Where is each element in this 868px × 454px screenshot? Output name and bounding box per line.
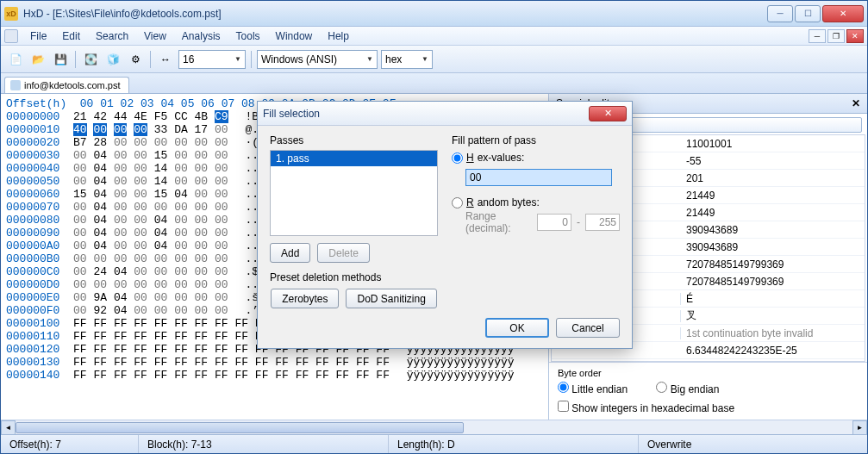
statusbar: Offset(h): 7 Block(h): 7-13 Length(h): D… bbox=[1, 434, 867, 453]
passes-listbox[interactable]: 1. pass bbox=[270, 150, 438, 236]
range-label: Range (decimal): bbox=[465, 210, 532, 234]
mdi-minimize-button[interactable]: ─ bbox=[809, 29, 826, 43]
menu-view[interactable]: View bbox=[137, 28, 173, 44]
new-file-icon[interactable]: 📄 bbox=[6, 50, 25, 69]
range-low-input[interactable] bbox=[537, 214, 571, 231]
status-mode: Overwrite bbox=[639, 435, 867, 453]
file-icon bbox=[10, 80, 21, 90]
pass-item[interactable]: 1. pass bbox=[271, 151, 437, 166]
toggle-readonly-icon[interactable]: ↔ bbox=[156, 50, 175, 69]
ok-button[interactable]: OK bbox=[485, 318, 549, 338]
dialog-close-button[interactable]: ✕ bbox=[589, 106, 627, 121]
titlebar: xD HxD - [E:\Sites\File\info@kdetools.co… bbox=[1, 1, 867, 27]
offset-base-combo[interactable]: hex▼ bbox=[381, 50, 433, 69]
open-process-icon[interactable]: ⚙ bbox=[126, 50, 145, 69]
open-file-icon[interactable]: 📂 bbox=[28, 50, 47, 69]
scroll-thumb[interactable] bbox=[16, 422, 464, 433]
hex-row[interactable]: 00000140 FF FF FF FF FF FF FF FF FF FF F… bbox=[6, 369, 543, 382]
status-block: Block(h): 7-13 bbox=[139, 435, 389, 453]
save-dropdown-icon[interactable]: 💾 bbox=[51, 50, 70, 69]
menu-tools[interactable]: Tools bbox=[229, 28, 267, 44]
hex-values-radio[interactable]: HHex-values:ex-values: bbox=[452, 152, 620, 164]
range-high-input[interactable] bbox=[585, 214, 620, 231]
scroll-right-icon[interactable]: ► bbox=[852, 420, 867, 435]
fill-pattern-label: Fill pattern of pass bbox=[452, 134, 620, 146]
little-endian-radio[interactable]: Little endian bbox=[558, 383, 628, 395]
hex-value-input[interactable] bbox=[465, 169, 612, 186]
hex-row[interactable]: 00000130 FF FF FF FF FF FF FF FF FF FF F… bbox=[6, 356, 543, 369]
encoding-combo[interactable]: Windows (ANSI)▼ bbox=[257, 50, 378, 69]
status-length: Length(h): D bbox=[389, 435, 639, 453]
scroll-left-icon[interactable]: ◄ bbox=[1, 420, 16, 435]
dod-sanitizing-button[interactable]: DoD Sanitizing bbox=[346, 289, 436, 308]
delete-pass-button[interactable]: Delete bbox=[317, 243, 370, 263]
horizontal-scrollbar[interactable]: ◄ ► bbox=[1, 420, 867, 434]
app-menu-icon bbox=[4, 29, 18, 43]
bytes-per-row-combo[interactable]: 16▼ bbox=[178, 50, 246, 69]
maximize-button[interactable]: ☐ bbox=[795, 5, 821, 22]
menu-search[interactable]: Search bbox=[89, 28, 135, 44]
add-pass-button[interactable]: Add bbox=[270, 243, 310, 263]
status-offset: Offset(h): 7 bbox=[1, 435, 139, 453]
zerobytes-button[interactable]: Zerobytes bbox=[271, 289, 339, 308]
menubar: FileEditSearchViewAnalysisToolsWindowHel… bbox=[1, 27, 867, 46]
menu-window[interactable]: Window bbox=[269, 28, 320, 44]
mdi-restore-button[interactable]: ❐ bbox=[827, 29, 845, 43]
open-ram-icon[interactable]: 🧊 bbox=[103, 50, 122, 69]
menu-file[interactable]: File bbox=[23, 28, 53, 44]
side-close-button[interactable]: ✕ bbox=[852, 97, 860, 109]
mdi-close-button[interactable]: ✕ bbox=[846, 29, 864, 43]
byte-order-label: Byte order bbox=[558, 368, 859, 378]
show-hex-integers-checkbox[interactable]: Show integers in hexadecimal base bbox=[558, 402, 734, 414]
file-tabstrip: info@kdetools.com.pst bbox=[1, 73, 867, 94]
random-bytes-radio[interactable]: Random bytes: bbox=[452, 196, 620, 208]
menu-edit[interactable]: Edit bbox=[55, 28, 87, 44]
file-tab[interactable]: info@kdetools.com.pst bbox=[4, 77, 129, 93]
minimize-button[interactable]: ─ bbox=[767, 5, 793, 22]
preset-methods-label: Preset deletion methods bbox=[270, 271, 438, 283]
passes-label: Passes bbox=[270, 134, 438, 146]
dialog-title: Fill selection bbox=[263, 108, 320, 120]
toolbar: 📄 📂 💾 💽 🧊 ⚙ ↔ 16▼ Windows (ANSI)▼ hex▼ bbox=[1, 46, 867, 73]
fill-selection-dialog: Fill selection ✕ Passes 1. pass Add Dele… bbox=[257, 101, 633, 349]
app-icon: xD bbox=[4, 7, 18, 21]
close-button[interactable]: ✕ bbox=[822, 5, 864, 22]
cancel-button[interactable]: Cancel bbox=[556, 318, 620, 338]
big-endian-radio[interactable]: Big endian bbox=[656, 383, 719, 395]
window-title: HxD - [E:\Sites\File\info@kdetools.com.p… bbox=[23, 8, 767, 20]
menu-analysis[interactable]: Analysis bbox=[175, 28, 228, 44]
open-disk-icon[interactable]: 💽 bbox=[81, 50, 100, 69]
menu-help[interactable]: Help bbox=[321, 28, 356, 44]
